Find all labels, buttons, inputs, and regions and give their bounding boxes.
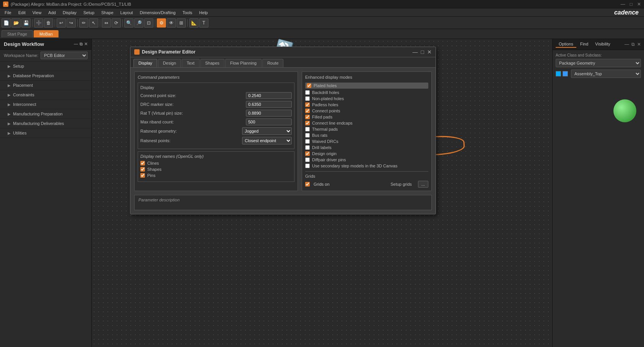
sidebar-item-setup[interactable]: ▶ Setup bbox=[0, 62, 91, 71]
param-input-ratt[interactable] bbox=[246, 110, 292, 117]
tb-measure[interactable]: 📐 bbox=[189, 18, 198, 28]
chk-plated-holes[interactable] bbox=[307, 83, 311, 88]
tb-sep7 bbox=[187, 19, 188, 27]
chk-connect-endcaps[interactable] bbox=[305, 121, 310, 125]
tb-zoom-in[interactable]: 🔍 bbox=[124, 18, 133, 28]
sidebar-item-mfg-prep[interactable]: ▶ Manufacturing Preparation bbox=[0, 109, 91, 119]
tb-mirror[interactable]: ⇔ bbox=[102, 18, 111, 28]
tb-delete[interactable]: 🗑 bbox=[44, 18, 53, 28]
minimize-btn[interactable]: — bbox=[621, 2, 625, 7]
tb-text[interactable]: T bbox=[199, 18, 208, 28]
subclass-dropdown[interactable]: Assembly_Top bbox=[571, 70, 641, 78]
param-input-drc[interactable] bbox=[246, 101, 292, 108]
menu-dimension[interactable]: Dimension/Drafting bbox=[137, 10, 179, 16]
tb-add[interactable]: ➕ bbox=[34, 18, 43, 28]
chk-grids-on[interactable] bbox=[305, 182, 310, 186]
param-row-ratt: Rat T (Virtual pin) size: bbox=[140, 110, 292, 117]
tb-redo[interactable]: ↪ bbox=[67, 18, 76, 28]
menu-setup[interactable]: Setup bbox=[80, 10, 98, 16]
chk-3dcanvas[interactable] bbox=[305, 164, 310, 168]
dialog-maximize[interactable]: □ bbox=[421, 49, 424, 55]
param-input-maxriband[interactable] bbox=[246, 118, 292, 125]
sidebar-item-interconnect[interactable]: ▶ Interconnect bbox=[0, 100, 91, 109]
right-panel-controls[interactable]: — ⧉ ✕ bbox=[624, 42, 641, 47]
tb-undo[interactable]: ↩ bbox=[57, 18, 66, 28]
tb-open[interactable]: 📂 bbox=[11, 18, 21, 28]
sidebar-item-mfg-deliverables[interactable]: ▶ Manufacturing Deliverables bbox=[0, 119, 91, 128]
tb-rotate[interactable]: ⟳ bbox=[112, 18, 121, 28]
tb-pencil[interactable]: ✏ bbox=[79, 18, 88, 28]
panel-minimize-btn[interactable]: — bbox=[74, 42, 78, 47]
sidebar-item-placement[interactable]: ▶ Placement bbox=[0, 81, 91, 90]
rp-tab-find[interactable]: Find bbox=[577, 41, 591, 48]
dialog-tab-shapes[interactable]: Shapes bbox=[200, 59, 224, 67]
sidebar-item-constraints[interactable]: ▶ Constraints bbox=[0, 90, 91, 100]
close-btn[interactable]: ✕ bbox=[637, 2, 641, 7]
sidebar-item-label: Manufacturing Preparation bbox=[13, 112, 63, 116]
tb-save[interactable]: 💾 bbox=[21, 18, 31, 28]
sidebar-item-utilities[interactable]: ▶ Utilities bbox=[0, 128, 91, 138]
chk-thermal[interactable] bbox=[305, 127, 310, 131]
dialog-tab-design[interactable]: Design bbox=[158, 59, 181, 67]
chk-backdrill[interactable] bbox=[305, 90, 310, 95]
chk-diffpair[interactable] bbox=[305, 157, 310, 162]
chk-design-origin[interactable] bbox=[305, 151, 310, 156]
tab-moban[interactable]: MoBan bbox=[34, 30, 59, 37]
dialog-tab-display[interactable]: Display bbox=[133, 59, 157, 67]
dialog-controls[interactable]: — □ ✕ bbox=[413, 49, 432, 55]
chk-pins[interactable] bbox=[140, 173, 145, 178]
tb-new[interactable]: 📄 bbox=[2, 18, 11, 28]
chk-waived[interactable] bbox=[305, 139, 310, 144]
chk-clines[interactable] bbox=[140, 161, 145, 165]
options-section: Active Class and Subclass: Package Geome… bbox=[553, 50, 644, 81]
chk-shapes[interactable] bbox=[140, 167, 145, 172]
param-select-ratsnest-geo[interactable]: Jogged Straight bbox=[242, 127, 292, 135]
setup-grids-btn[interactable]: ... bbox=[418, 181, 428, 188]
rp-float[interactable]: ⧉ bbox=[631, 42, 635, 47]
tb-zoom-fit[interactable]: ⊡ bbox=[144, 18, 153, 28]
menu-layout[interactable]: Layout bbox=[117, 10, 136, 16]
chk-drill-labels[interactable] bbox=[305, 145, 310, 150]
menu-tools[interactable]: Tools bbox=[179, 10, 195, 16]
dialog-tab-flow[interactable]: Flow Planning bbox=[225, 59, 262, 67]
tab-start-page[interactable]: Start Page bbox=[2, 30, 33, 37]
chk-padless[interactable] bbox=[305, 102, 310, 107]
tb-sep4 bbox=[100, 19, 100, 27]
pcb-canvas[interactable]: 🔃 Design Parameter Editor — □ ✕ bbox=[92, 39, 552, 347]
dialog-tab-text[interactable]: Text bbox=[182, 59, 199, 67]
panel-close-btn[interactable]: ✕ bbox=[84, 42, 88, 47]
dialog-minimize[interactable]: — bbox=[413, 49, 418, 55]
maximize-btn[interactable]: □ bbox=[630, 2, 633, 7]
tb-zoom-out[interactable]: 🔎 bbox=[134, 18, 143, 28]
chk-filled-pads[interactable] bbox=[305, 115, 310, 119]
chk-bus-rats[interactable] bbox=[305, 133, 310, 138]
menu-file[interactable]: File bbox=[2, 10, 15, 16]
chk-connect-pts[interactable] bbox=[305, 109, 310, 113]
chk-nonplated[interactable] bbox=[305, 96, 310, 101]
rp-minimize[interactable]: — bbox=[624, 42, 629, 47]
tb-select[interactable]: ↖ bbox=[89, 18, 98, 28]
rp-tab-visibility[interactable]: Visibility bbox=[592, 41, 613, 48]
dialog-close[interactable]: ✕ bbox=[427, 49, 432, 55]
menu-add[interactable]: Add bbox=[45, 10, 59, 16]
title-bar-controls[interactable]: — □ ✕ bbox=[621, 2, 641, 7]
menu-display[interactable]: Display bbox=[60, 10, 80, 16]
panel-header-controls[interactable]: — ⧉ ✕ bbox=[74, 42, 88, 47]
param-select-ratsnest-pts[interactable]: Closest endpoint Center bbox=[242, 137, 292, 144]
dialog-tab-route[interactable]: Route bbox=[262, 59, 283, 67]
tb-layers[interactable]: ⊞ bbox=[177, 18, 186, 28]
workspace-select[interactable]: PCB Editor bbox=[41, 52, 88, 59]
param-row-drc: DRC marker size: bbox=[140, 101, 292, 108]
menu-help[interactable]: Help bbox=[196, 10, 211, 16]
menu-view[interactable]: View bbox=[29, 10, 45, 16]
sidebar-item-database[interactable]: ▶ Database Preparation bbox=[0, 71, 91, 81]
param-input-connect[interactable] bbox=[246, 92, 292, 99]
tb-settings[interactable]: ⚙ bbox=[157, 18, 166, 28]
menu-shape[interactable]: Shape bbox=[98, 10, 117, 16]
tb-eye[interactable]: 👁 bbox=[167, 18, 176, 28]
menu-edit[interactable]: Edit bbox=[15, 10, 29, 16]
rp-close[interactable]: ✕ bbox=[637, 42, 641, 47]
class-dropdown[interactable]: Package Geometry bbox=[556, 59, 641, 67]
panel-float-btn[interactable]: ⧉ bbox=[80, 42, 83, 47]
rp-tab-options[interactable]: Options bbox=[556, 41, 576, 48]
